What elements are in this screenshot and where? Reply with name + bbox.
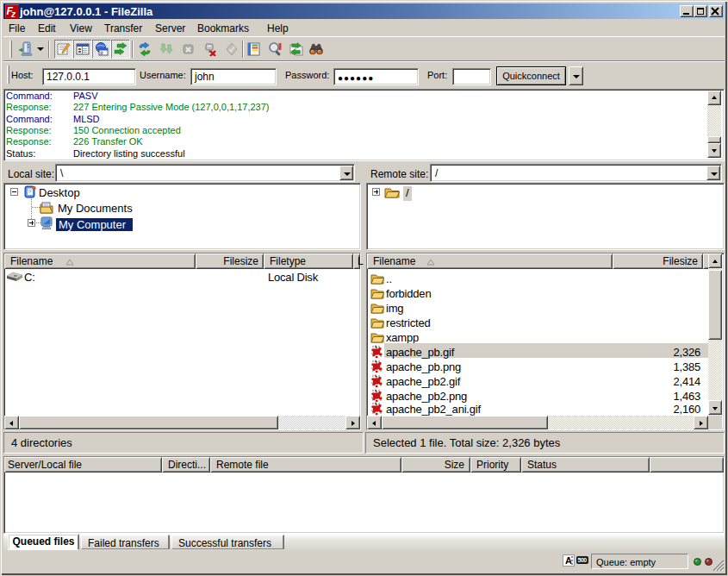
svg-text:z: z	[10, 9, 16, 19]
svg-text:A: A	[565, 555, 572, 566]
